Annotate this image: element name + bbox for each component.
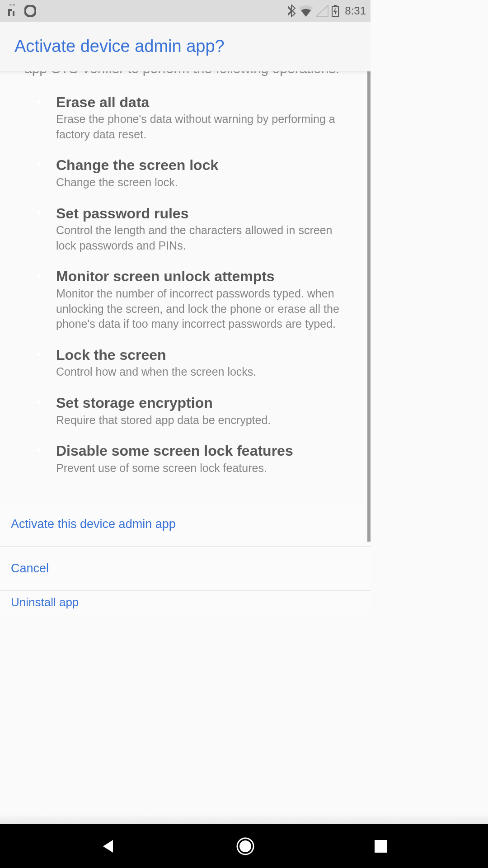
permission-desc: Change the screen lock. — [56, 175, 346, 190]
cancel-button[interactable]: Cancel — [0, 546, 371, 590]
actions: Activate this device admin app Cancel Un… — [0, 502, 371, 614]
permission-item: Monitor screen unlock attempts Monitor t… — [43, 268, 346, 332]
permission-title: Lock the screen — [56, 346, 346, 363]
wifi-icon — [299, 5, 313, 17]
permission-title: Disable some screen lock features — [56, 442, 346, 459]
uninstall-button[interactable]: Uninstall app — [0, 590, 371, 614]
permissions-list: Erase all data Erase the phone's data wi… — [24, 94, 346, 476]
permission-title: Set password rules — [56, 205, 346, 222]
permission-item: Change the screen lock Change the screen… — [43, 156, 346, 190]
permission-desc: Prevent use of some screen lock features… — [56, 461, 346, 476]
svg-point-0 — [25, 5, 36, 16]
intro-text: app CTS Verifier to perform the followin… — [24, 71, 346, 78]
permission-desc: Erase the phone's data without warning b… — [56, 112, 346, 142]
permission-item: Lock the screen Control how and when the… — [43, 346, 346, 380]
permission-desc: Control the length and the characters al… — [56, 223, 346, 254]
permission-title: Monitor screen unlock attempts — [56, 268, 346, 285]
header: Activate device admin app? — [0, 22, 371, 71]
bluetooth-icon — [288, 5, 296, 17]
permission-desc: Monitor the number of incorrect password… — [56, 286, 346, 332]
permission-title: Erase all data — [56, 94, 346, 111]
permission-item: Set storage encryption Require that stor… — [43, 394, 346, 428]
circle-icon — [24, 5, 36, 17]
fi-icon — [6, 5, 17, 17]
permission-title: Set storage encryption — [56, 394, 346, 411]
status-bar: 8:31 — [0, 0, 371, 22]
battery-charging-icon — [331, 5, 339, 17]
status-time: 8:31 — [345, 5, 366, 17]
content-area: app CTS Verifier to perform the followin… — [0, 71, 371, 614]
permission-item: Set password rules Control the length an… — [43, 205, 346, 254]
permission-desc: Control how and when the screen locks. — [56, 364, 346, 380]
svg-rect-2 — [334, 5, 337, 6]
permission-item: Disable some screen lock features Preven… — [43, 442, 346, 476]
permission-desc: Require that stored app data be encrypte… — [56, 413, 346, 428]
page-title: Activate device admin app? — [14, 37, 225, 56]
permission-item: Erase all data Erase the phone's data wi… — [43, 94, 346, 142]
activate-button[interactable]: Activate this device admin app — [0, 502, 371, 546]
scrollbar[interactable] — [367, 71, 371, 542]
cell-signal-icon — [316, 5, 328, 17]
permission-title: Change the screen lock — [56, 156, 346, 174]
